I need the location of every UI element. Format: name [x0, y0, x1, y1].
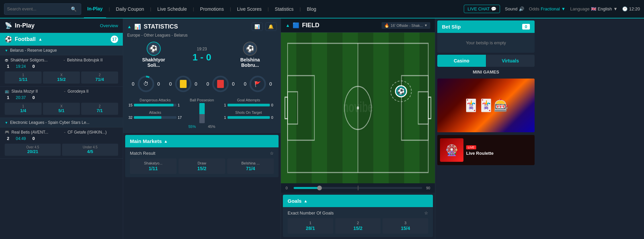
away-val: 0 [271, 115, 277, 120]
odds-btn-x[interactable]: X 5/1 [43, 103, 80, 115]
home-stat-num: 0 [206, 81, 209, 87]
nav-sep: | [109, 6, 110, 11]
odds-btn-1[interactable]: 1 1/11 [5, 71, 42, 84]
bar-label: Dangerous Attacks [127, 98, 183, 102]
nav-sep: | [150, 6, 151, 11]
odds-label: Under 4.5 [63, 145, 117, 149]
virtuals-button[interactable]: Virtuals [486, 55, 535, 67]
chat-icon: 💬 [491, 6, 496, 11]
team-label: Belshina ... [229, 161, 272, 165]
goal-odds-val: 28/1 [306, 226, 315, 231]
lang-chevron-icon: ▼ [613, 6, 618, 11]
svg-rect-6 [281, 33, 296, 183]
poss-away-val: 45% [208, 125, 215, 129]
nav-link-promotions[interactable]: Promotions [197, 6, 227, 12]
team-label: Draw [181, 161, 223, 165]
language-value: English [598, 6, 612, 11]
nav-sep: | [300, 6, 301, 11]
casino-button[interactable]: Casino [437, 55, 486, 67]
timeline-marker [317, 186, 322, 190]
markets-content: Match Result ☆ Shakatyo... 1/11 Draw 15/… [125, 147, 279, 177]
away-odds-btn[interactable]: Belshina ... 71/4 [227, 158, 274, 174]
goals-header[interactable]: Goals ▲ [283, 195, 433, 207]
chart-icon-btn[interactable]: 📊 [252, 22, 263, 31]
goal-odds-val: 15/4 [401, 226, 410, 231]
nav-link-dailycoupon[interactable]: Daily Coupon [112, 6, 147, 12]
goal-val-label: 1 [290, 221, 331, 225]
field-header: ▲ 🟦 FIELD 🔥 16' Offside - Shak... ▼ [281, 18, 435, 33]
away-team-block: ⚽ Belshina Bobru... [233, 42, 267, 68]
live-roulette[interactable]: 🎡 LIVE Live Roulette [437, 135, 535, 165]
odds-btn-over[interactable]: Over 4.5 20/21 [5, 144, 61, 156]
odds-selector[interactable]: Odds Fractional ▼ [529, 6, 565, 11]
home-fill [228, 104, 270, 106]
home-odds-btn[interactable]: Shakatyo... 1/11 [130, 158, 177, 174]
goal-val-label: 3 [385, 221, 426, 225]
timeline-mid-marker [358, 186, 358, 190]
search-box[interactable]: 🔍 [4, 3, 81, 15]
nav-link-livescores[interactable]: Live Scores [234, 6, 265, 12]
goal-odds-val: 15/2 [353, 226, 362, 231]
goals-odds-3[interactable]: 3 15/4 [383, 218, 428, 234]
bet-slip-title: Bet Slip [442, 24, 461, 30]
markets-header[interactable]: Main Markets ▲ [125, 135, 279, 147]
bar-attacks: Attacks 32 17 [127, 110, 183, 120]
odds-label: Odds [529, 6, 539, 11]
odds-btn-1[interactable]: 1 1/4 [5, 103, 42, 115]
match-time: 20:37 [14, 95, 28, 100]
overview-btn[interactable]: Overview [100, 23, 118, 28]
svg-rect-10 [404, 33, 419, 183]
away-team-name: Belshina Bobru... [233, 57, 267, 68]
fire-icon: 🔥 [384, 23, 389, 28]
match-result-odds: Shakatyo... 1/11 Draw 15/2 Belshina ... … [130, 158, 274, 174]
field-event-text: 16' Offside - Shak... [391, 23, 423, 28]
circle-group-red: 0 0 [206, 75, 235, 93]
nav-link-blog[interactable]: Blog [303, 6, 319, 12]
match-score-row: 1 19:24 0 [0, 63, 123, 70]
odds-btn-2[interactable]: 2 71/4 [81, 71, 118, 84]
exact-goals-label: Exact Number Of Goals [288, 210, 334, 216]
nav-link-liveschedule[interactable]: Live Schedule [154, 6, 190, 12]
score-home: 1 [5, 64, 11, 69]
away-stat-num: 0 [195, 81, 197, 87]
odds-btn-under[interactable]: Under 4.5 4/5 [62, 144, 118, 156]
bar-row: 1 0 [221, 103, 277, 107]
nav-link-statistics[interactable]: Statistics [271, 6, 297, 12]
clock: 🕐 12:20 [622, 6, 640, 11]
bar-label: Goal Attempts [221, 98, 277, 102]
sound-control[interactable]: Sound 🔊 [505, 6, 524, 11]
language-selector[interactable]: Language 🇬🇧 English ▼ [570, 6, 617, 11]
league-header-esport[interactable]: ▼ Electronic Leagues - Spain Cyber Stars… [0, 118, 123, 128]
dash: - [64, 89, 65, 94]
stat-circles-row: 0 ⏱ 0 0 [127, 73, 277, 98]
search-input[interactable] [7, 6, 71, 11]
goals-odds-2[interactable]: 2 15/2 [335, 218, 381, 234]
odds-value: 20/21 [27, 149, 38, 154]
bet-slip-empty: Your betslip is empty [437, 33, 535, 53]
collapse-arrow-field[interactable]: ▲ [286, 23, 290, 28]
star-icon[interactable]: ☆ [270, 151, 274, 156]
star-icon[interactable]: ☆ [424, 210, 428, 216]
bar-row: 32 17 [127, 115, 183, 120]
dash: - [63, 57, 65, 62]
sidebar-title-group: 📡 In-Play [5, 22, 35, 29]
league-header-belarus[interactable]: ▼ Belarus - Reserve League [0, 46, 123, 55]
collapse-arrow-stats[interactable]: ▲ [127, 24, 132, 29]
field-event-info[interactable]: 🔥 16' Offside - Shak... ▼ [382, 22, 430, 29]
odds-btn-x[interactable]: X 15/2 [43, 71, 80, 84]
main-markets-panel: Main Markets ▲ Match Result ☆ Shakatyo..… [125, 135, 279, 177]
sport-header[interactable]: ⚽ Football ▲ 17 [0, 33, 123, 46]
statistics-panel: ▲ 📊 STATISTICS 📊 🔔 Europe - Other League… [123, 18, 281, 133]
away-stat-num: 0 [269, 81, 272, 87]
nav-link-inplay[interactable]: In-Play [84, 0, 106, 18]
home-stat-num: 0 [169, 81, 172, 87]
league-flag: 🏟 [5, 58, 8, 62]
live-chat-button[interactable]: LIVE CHAT 💬 [464, 5, 500, 13]
nav-sep: | [267, 6, 268, 11]
bell-icon-btn[interactable]: 🔔 [265, 22, 277, 31]
match-icon: 📺 [5, 89, 9, 93]
goals-odds-1[interactable]: 1 28/1 [288, 218, 333, 234]
odds-btn-2[interactable]: 2 7/1 [81, 103, 118, 115]
goals-panel: Goals ▲ Exact Number Of Goals ☆ 1 28/1 2… [283, 195, 433, 237]
draw-odds-btn[interactable]: Draw 15/2 [179, 158, 225, 174]
